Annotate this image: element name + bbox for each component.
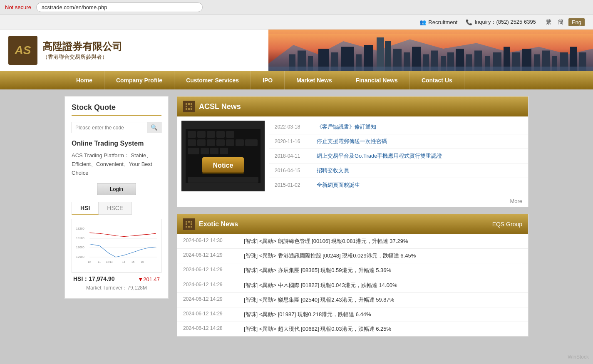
acsl-news-header: ACSL News xyxy=(177,97,528,116)
logo-text: AS xyxy=(15,44,31,57)
news-link-0[interactable]: 《客戶協議書》修訂通知 xyxy=(317,123,376,131)
nav-financial-news[interactable]: Financial News xyxy=(344,71,410,89)
svg-rect-59 xyxy=(207,131,215,138)
nav-customer-services[interactable]: Customer Services xyxy=(174,71,251,89)
news-link-3[interactable]: 招聘交收文員 xyxy=(317,167,349,174)
svg-rect-61 xyxy=(226,131,234,138)
logo: AS 高陞證券有限公司 （香港聯合交易所參與者） xyxy=(8,36,122,65)
stock-search-button[interactable]: 🔍 xyxy=(147,122,161,133)
svg-text:15: 15 xyxy=(132,260,135,263)
stock-quote-box: Stock Quote 🔍 Online Trading System ACS … xyxy=(65,96,169,299)
svg-rect-69 xyxy=(188,148,199,154)
svg-rect-54 xyxy=(188,108,190,110)
acsl-news-icon xyxy=(183,101,195,112)
hsi-value: HSI：17,974.90 xyxy=(73,275,115,283)
svg-rect-62 xyxy=(188,139,196,146)
svg-text:16: 16 xyxy=(141,260,144,263)
company-name-chinese: 高陞證券有限公司 xyxy=(42,40,122,53)
svg-rect-51 xyxy=(186,106,187,107)
exotic-date-2: 2024-06-12 14:29 xyxy=(183,267,237,272)
exotic-date-4: 2024-06-12 14:29 xyxy=(183,296,237,302)
main-content: Stock Quote 🔍 Online Trading System ACS … xyxy=(0,89,593,343)
svg-text:12/13: 12/13 xyxy=(106,260,113,263)
svg-rect-81 xyxy=(191,223,192,225)
lang-simp-btn[interactable]: 簡 xyxy=(556,17,565,27)
watermark: WinStock xyxy=(568,354,589,360)
svg-rect-82 xyxy=(186,226,187,228)
acsl-news-more[interactable]: More xyxy=(177,196,528,207)
svg-text:14: 14 xyxy=(122,260,126,263)
exotic-text-0: [智珠] <異動> 朗詩綠色管理 [00106] 現報0.081港元，升幅達 3… xyxy=(244,238,408,245)
exotic-text-1: [智珠] <異動> 香港通訊國際控股 [00248] 現報0.029港元，跌幅達… xyxy=(244,252,416,260)
logo-icon: AS xyxy=(8,36,37,65)
exotic-date-3: 2024-06-12 14:29 xyxy=(183,282,237,287)
recruitment-link[interactable]: 👥 Recruitment xyxy=(419,19,457,25)
exotic-text-3: [智珠] <異動> 中木國際 [01822] 現報0.043港元，跌幅達 14.… xyxy=(244,282,397,289)
lang-eng-btn[interactable]: Eng xyxy=(568,18,585,26)
url-bar[interactable]: acstrade.com/en/home.php xyxy=(36,2,203,12)
hsi-tab[interactable]: HSI xyxy=(72,202,99,215)
exotic-text-2: [智珠] <異動> 亦辰集團 [08365] 現報0.59港元，升幅達 5.36… xyxy=(244,267,391,274)
svg-rect-66 xyxy=(226,139,234,146)
svg-rect-55 xyxy=(191,108,192,110)
svg-rect-76 xyxy=(188,177,258,183)
exotic-row-3: 2024-06-12 14:29 [智珠] <異動> 中木國際 [01822] … xyxy=(177,278,528,293)
acsl-news-content: Notice 2022-03-18 《客戶協議書》修訂通知 2020-11-16 xyxy=(177,116,528,196)
exotic-text-6: [智珠] <異動> 超大現代 [00682] 現報0.03港元，跌幅達 6.25… xyxy=(244,325,391,333)
nav-ipo[interactable]: IPO xyxy=(251,71,285,89)
acsl-news-list: 2022-03-18 《客戶協議書》修訂通知 2020-11-16 停止支援電郵… xyxy=(269,116,528,196)
exotic-row-5: 2024-06-12 14:29 [智珠] <異動> [01987] 現報0.2… xyxy=(177,307,528,322)
recruitment-icon: 👥 xyxy=(419,19,426,25)
svg-text:18000: 18000 xyxy=(76,246,84,250)
inquiry-info: 📞 Inquiry：(852) 2525 6395 xyxy=(466,18,536,26)
exotic-date-1: 2024-06-12 14:29 xyxy=(183,252,237,258)
news-link-2[interactable]: 網上交易平台及Go.Trade手機應用程式實行雙重認證 xyxy=(317,152,442,160)
svg-rect-71 xyxy=(210,148,218,154)
company-name-sub: （香港聯合交易所參與者） xyxy=(42,53,122,61)
notice-image: Notice xyxy=(181,121,265,191)
svg-text:10: 10 xyxy=(88,260,91,263)
svg-rect-80 xyxy=(186,223,187,225)
svg-text:18200: 18200 xyxy=(76,227,84,231)
nav-contact-us[interactable]: Contact Us xyxy=(410,71,464,89)
online-trading-title: Online Trading System xyxy=(72,140,161,147)
exotic-date-5: 2024-06-12 14:29 xyxy=(183,311,237,317)
news-link-4[interactable]: 全新網頁面貌誕生 xyxy=(317,181,360,189)
exotic-row-1: 2024-06-12 14:29 [智珠] <異動> 香港通訊國際控股 [002… xyxy=(177,249,528,263)
hsce-tab[interactable]: HSCE xyxy=(99,202,132,215)
stock-search-row: 🔍 xyxy=(72,122,161,133)
stock-search-input[interactable] xyxy=(72,122,147,133)
nav-home[interactable]: Home xyxy=(65,71,104,89)
svg-rect-84 xyxy=(191,226,192,228)
nav-market-news[interactable]: Market News xyxy=(285,71,344,89)
header-cityscape xyxy=(268,30,593,71)
lang-trad-btn[interactable]: 繁 xyxy=(544,17,553,27)
exotic-news-source: EQS Group xyxy=(492,221,522,228)
exotic-pattern-icon xyxy=(185,220,193,228)
acsl-news-title: ACSL News xyxy=(199,102,241,111)
main-nav: Home Company Profile Customer Services I… xyxy=(0,71,593,89)
exotic-date-0: 2024-06-12 14:30 xyxy=(183,238,237,243)
svg-rect-63 xyxy=(197,139,206,146)
exotic-text-4: [智珠] <異動> 樂思集團 [02540] 現報2.43港元，升幅達 59.8… xyxy=(244,296,394,304)
svg-rect-53 xyxy=(186,108,187,110)
login-button[interactable]: Login xyxy=(97,183,136,195)
logo-text-block: 高陞證券有限公司 （香港聯合交易所參與者） xyxy=(42,40,122,61)
exotic-row-6: 2024-06-12 14:28 [智珠] <異動> 超大現代 [00682] … xyxy=(177,322,528,336)
right-panel: ACSL News xyxy=(177,96,528,337)
svg-rect-64 xyxy=(207,139,215,146)
svg-rect-79 xyxy=(191,221,192,223)
news-link-1[interactable]: 停止支援電郵傳送一次性密碼 xyxy=(317,138,387,145)
news-row-4: 2015-01-02 全新網頁面貌誕生 xyxy=(269,178,528,192)
svg-rect-72 xyxy=(220,148,228,154)
exotic-date-6: 2024-06-12 14:28 xyxy=(183,325,237,331)
exotic-row-4: 2024-06-12 14:29 [智珠] <異動> 樂思集團 [02540] … xyxy=(177,293,528,307)
svg-text:17900: 17900 xyxy=(76,255,84,259)
svg-rect-48 xyxy=(186,103,187,105)
exotic-icon xyxy=(183,218,195,230)
svg-rect-75 xyxy=(202,172,244,174)
not-secure-label: Not secure xyxy=(5,4,31,10)
nav-company-profile[interactable]: Company Profile xyxy=(104,71,174,89)
news-date-2: 2018-04-11 xyxy=(275,153,310,159)
svg-rect-57 xyxy=(188,131,196,138)
